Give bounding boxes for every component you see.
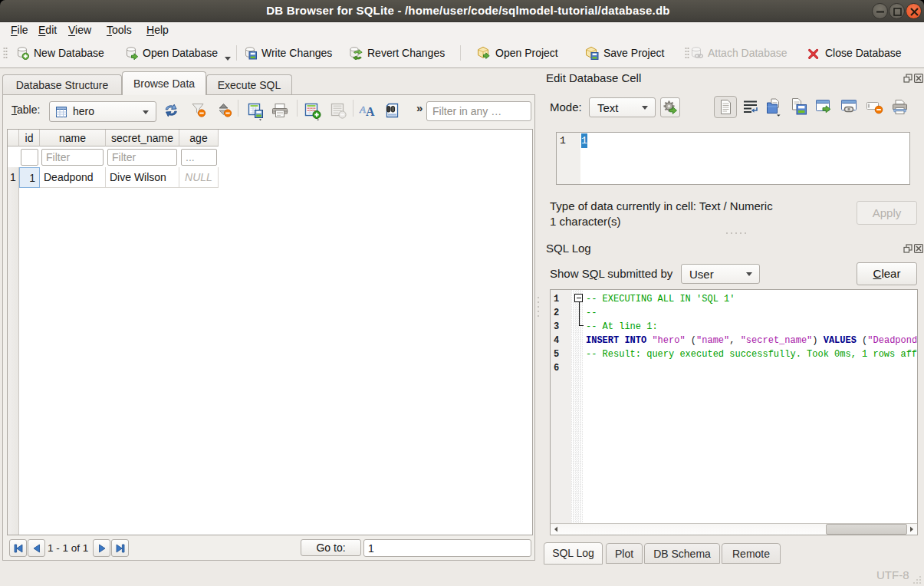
svg-text:A: A (359, 104, 366, 115)
svg-text:A: A (366, 105, 375, 118)
